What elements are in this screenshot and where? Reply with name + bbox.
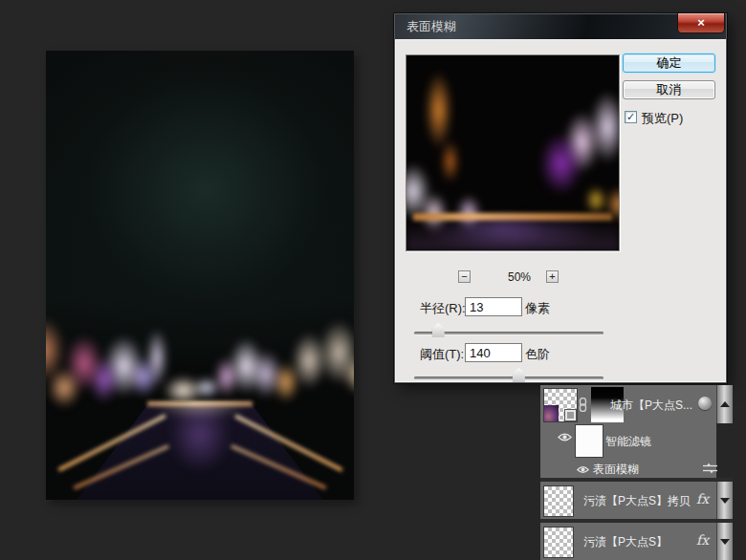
- layer-thumbnail[interactable]: [543, 527, 574, 558]
- layer-thumbnail[interactable]: [543, 485, 574, 517]
- preview-bridge: [413, 213, 613, 221]
- smart-filters-label: 智能滤镜: [605, 434, 651, 450]
- collapse-filters-button[interactable]: [716, 385, 733, 423]
- radius-slider[interactable]: [414, 326, 603, 339]
- canvas-image[interactable]: [46, 51, 354, 500]
- dialog-body: − 50% + 半径(R): 像素 阈值(T): 色阶 确定 取消 ✓ 预览(P…: [395, 39, 726, 382]
- preview-checkbox[interactable]: ✓: [625, 111, 637, 123]
- layer-effects-fx-icon[interactable]: fx: [696, 491, 709, 506]
- plus-icon: +: [549, 270, 555, 282]
- layer-thumbnail-image: [544, 405, 559, 421]
- radius-input[interactable]: [465, 297, 522, 316]
- threshold-slider-thumb[interactable]: [513, 368, 525, 382]
- layer-name: 城市【P大点S...: [610, 398, 694, 414]
- filter-item-row[interactable]: 表面模糊: [540, 459, 716, 478]
- zoom-out-button[interactable]: −: [458, 270, 471, 283]
- filter-item-label: 表面模糊: [593, 462, 639, 478]
- chevron-down-icon: [720, 498, 730, 504]
- expand-effects-button[interactable]: [716, 482, 733, 519]
- layer-thumbnail[interactable]: [543, 388, 578, 422]
- zoom-in-button[interactable]: +: [546, 270, 559, 283]
- filter-preview[interactable]: [406, 54, 620, 251]
- cancel-button[interactable]: 取消: [623, 80, 715, 99]
- layer-row-city[interactable]: 城市【P大点S...: [540, 385, 716, 423]
- photoshop-workspace: { "dialog": { "title": "表面模糊", "close": …: [0, 0, 746, 560]
- threshold-slider[interactable]: [414, 371, 603, 384]
- layer-row-stain[interactable]: 污渍【P大点S】 fx: [540, 523, 716, 560]
- close-icon: ×: [697, 15, 705, 30]
- filter-blending-options-icon[interactable]: [703, 463, 717, 477]
- ok-button[interactable]: 确定: [623, 54, 715, 73]
- chevron-up-icon: [720, 401, 730, 407]
- dialog-title: 表面模糊: [406, 19, 456, 33]
- dialog-titlebar[interactable]: 表面模糊 ×: [395, 14, 726, 39]
- layers-panel: 城市【P大点S... 智能滤镜 表面模糊: [540, 385, 746, 560]
- checkmark-icon: ✓: [626, 111, 635, 122]
- layer-row-stain-copy[interactable]: 污渍【P大点S】拷贝 fx: [540, 482, 716, 519]
- expand-effects-button[interactable]: [716, 523, 733, 560]
- smart-filters-row[interactable]: 智能滤镜: [540, 423, 716, 459]
- chevron-down-icon: [720, 539, 730, 545]
- filter-visibility-eye-icon[interactable]: [577, 463, 589, 477]
- threshold-label: 阈值(T):: [420, 346, 464, 363]
- minus-icon: −: [461, 270, 467, 282]
- radius-label: 半径(R):: [420, 300, 466, 317]
- preview-image: [406, 55, 619, 250]
- close-button[interactable]: ×: [677, 13, 725, 33]
- layer-effects-fx-icon[interactable]: fx: [696, 532, 709, 548]
- preview-checkbox-label: 预览(P): [642, 110, 683, 127]
- mask-link-icon[interactable]: [578, 398, 588, 415]
- smart-filters-thumbnail[interactable]: [575, 424, 603, 458]
- preview-canal: [406, 221, 619, 250]
- smart-object-badge-icon: [564, 409, 577, 421]
- radius-slider-thumb[interactable]: [432, 323, 445, 337]
- visibility-eye-icon[interactable]: [558, 432, 572, 445]
- surface-blur-dialog: 表面模糊 × − 50% + 半径(R): 像素 阈值(T): 色阶: [394, 13, 727, 383]
- layer-name: 污渍【P大点S】: [583, 534, 693, 550]
- radius-unit: 像素: [525, 300, 550, 317]
- sphere-icon: [698, 397, 712, 410]
- threshold-slider-track[interactable]: [414, 377, 603, 379]
- layer-name: 污渍【P大点S】拷贝: [583, 493, 693, 509]
- photo-bridge: [147, 401, 252, 406]
- threshold-input[interactable]: [465, 343, 522, 362]
- threshold-unit: 色阶: [525, 346, 550, 363]
